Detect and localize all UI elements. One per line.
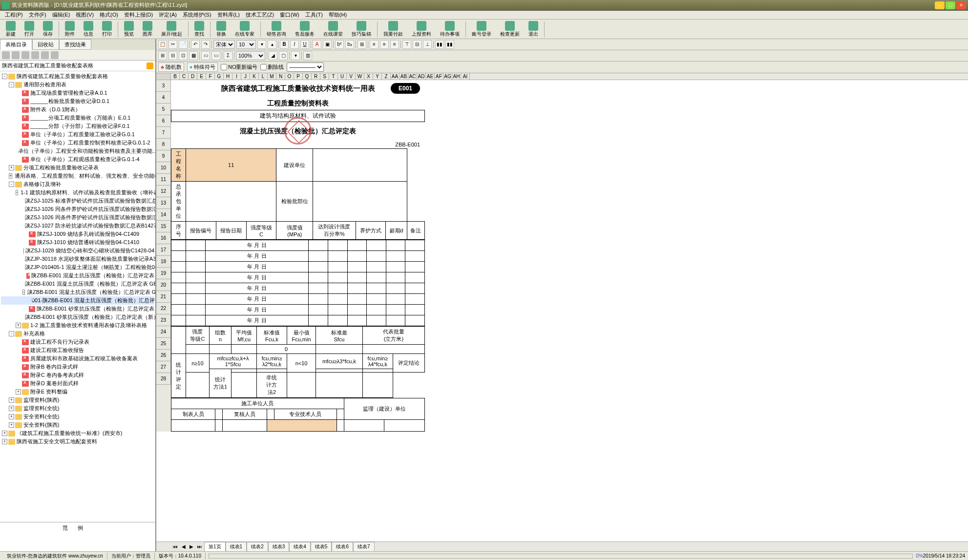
zero-cell[interactable]: 0 bbox=[256, 345, 316, 354]
toolbar-打印[interactable]: 打印 bbox=[98, 20, 116, 39]
data-cell[interactable] bbox=[386, 315, 405, 326]
data-cell[interactable]: 年 月 日 bbox=[205, 283, 309, 294]
expand-icon[interactable]: + bbox=[9, 422, 14, 428]
tree-header[interactable]: 陕西省建筑工程施工质量验收配套表格 bbox=[0, 61, 155, 71]
italic-button[interactable]: I bbox=[290, 40, 299, 49]
row-header[interactable]: 8 bbox=[156, 139, 171, 150]
tree-view[interactable]: -陕西省建筑工程施工质量验收配套表格-通用部分检查用表施工现场质量管理检查记录A… bbox=[0, 71, 155, 522]
data-cell[interactable] bbox=[367, 240, 386, 251]
toolbar-账号登录[interactable]: 账号登录 bbox=[468, 20, 495, 39]
data-cell[interactable] bbox=[386, 272, 405, 283]
tree-node[interactable]: 陕ZBB-E001 混凝土抗压强度（检验批）汇总评定表 GB... bbox=[1, 280, 154, 288]
expand-icon[interactable]: - bbox=[22, 290, 25, 295]
tab-nav-prev[interactable]: ◀ bbox=[180, 544, 188, 549]
col-header[interactable]: M bbox=[268, 73, 276, 80]
col-header[interactable]: AF bbox=[435, 73, 443, 80]
col-header[interactable]: K bbox=[250, 73, 259, 80]
tree-node[interactable]: +安全资料(陕西) bbox=[1, 421, 154, 429]
toolbar-退出[interactable]: 退出 bbox=[525, 20, 542, 39]
data-cell[interactable] bbox=[367, 315, 386, 326]
tree-node[interactable]: 001-陕ZBB-E001 混凝土抗压强度（检验批）汇总评... bbox=[1, 296, 154, 305]
data-cell[interactable] bbox=[405, 272, 425, 283]
shape-1-button[interactable]: ◢ bbox=[269, 51, 277, 60]
data-cell[interactable] bbox=[328, 272, 347, 283]
tree-node[interactable]: 陕ZBB-E001 混凝土抗压强度（检验批）汇总评定表 bbox=[1, 271, 154, 280]
tab-nav-first[interactable]: ⏮ bbox=[171, 544, 180, 549]
data-cell[interactable]: 年 月 日 bbox=[205, 272, 309, 283]
expand-icon[interactable]: + bbox=[9, 173, 12, 179]
sheet-tab[interactable]: 续表3 bbox=[268, 542, 290, 551]
data-cell[interactable] bbox=[186, 272, 206, 283]
col-header[interactable]: X bbox=[364, 73, 373, 80]
align-right-button[interactable]: ≡ bbox=[390, 40, 399, 49]
tree-node[interactable]: 房屋建筑和市政基础设施工程竣工验收备案表 bbox=[1, 354, 154, 363]
col-header[interactable]: F bbox=[206, 73, 215, 80]
data-cell[interactable]: 年 月 日 bbox=[205, 305, 309, 315]
left-tab[interactable]: 查找结果 bbox=[59, 39, 91, 50]
data-cell[interactable] bbox=[309, 240, 328, 251]
copy-button[interactable]: 📋 bbox=[158, 40, 167, 49]
expand-icon[interactable]: + bbox=[2, 431, 7, 436]
toolbar-附件[interactable]: 附件 bbox=[61, 20, 79, 39]
col-header[interactable] bbox=[156, 73, 171, 80]
expand-icon[interactable] bbox=[22, 273, 25, 278]
col-header[interactable]: Y bbox=[373, 73, 382, 80]
menu-item[interactable]: 评定(A) bbox=[156, 11, 180, 19]
menu-item[interactable]: 工具(T) bbox=[302, 11, 326, 19]
menu-item[interactable]: 工程(P) bbox=[2, 11, 26, 19]
row-header[interactable]: 14 bbox=[156, 209, 171, 221]
expand-icon[interactable]: + bbox=[2, 439, 7, 444]
barcode-button[interactable]: ▮▮ bbox=[435, 40, 444, 49]
data-cell[interactable]: 年 月 日 bbox=[205, 240, 309, 251]
toolbar-查找[interactable]: 查找 bbox=[190, 20, 208, 39]
spreadsheet-area[interactable]: BCDEFGHIJKLMNOPQRSTUVWXYZAAABACADAEAFAGA… bbox=[156, 73, 968, 541]
data-cell[interactable] bbox=[347, 272, 367, 283]
line-style-select[interactable]: ———— bbox=[287, 62, 324, 72]
data-cell[interactable] bbox=[386, 294, 405, 305]
data-cell[interactable] bbox=[171, 283, 186, 294]
row-header[interactable]: 21 bbox=[156, 291, 171, 303]
row-header[interactable]: 15 bbox=[156, 221, 171, 232]
expand-icon[interactable] bbox=[16, 364, 21, 370]
expand-icon[interactable]: - bbox=[9, 331, 14, 336]
sheet-tab[interactable]: 续表7 bbox=[353, 542, 375, 551]
tree-node[interactable]: +监理资料(陕西) bbox=[1, 396, 154, 404]
data-cell[interactable] bbox=[405, 294, 425, 305]
tree-node[interactable]: 附件表（D.0.1附表） bbox=[1, 105, 154, 114]
tree-tool-6[interactable] bbox=[51, 51, 59, 59]
data-cell[interactable] bbox=[405, 305, 425, 315]
cell-build-unit[interactable] bbox=[313, 149, 407, 182]
data-cell[interactable] bbox=[309, 294, 328, 305]
tree-node[interactable]: 陕ZSJ-1028 烧结空心砖和空心砌块试验报告C1428-04 bbox=[1, 247, 154, 255]
subscript-button[interactable]: b₂ bbox=[345, 40, 354, 49]
no-renumber-checkbox[interactable]: NO重新编号 bbox=[221, 63, 258, 71]
expand-icon[interactable]: - bbox=[2, 74, 7, 79]
maximize-button[interactable]: □ bbox=[946, 1, 955, 9]
toolbar-在线专家[interactable]: 在线专家 bbox=[231, 20, 258, 39]
data-cell[interactable] bbox=[367, 294, 386, 305]
sheet-tab[interactable]: 续表4 bbox=[289, 542, 311, 551]
font-color-button[interactable]: A bbox=[313, 40, 321, 49]
col-header[interactable]: AA bbox=[391, 73, 400, 80]
toolbar-图库[interactable]: 图库 bbox=[139, 20, 156, 39]
data-cell[interactable] bbox=[186, 283, 206, 294]
sign-peach-cell[interactable] bbox=[267, 420, 337, 432]
tree-node[interactable]: +1-2 施工质量验收技术资料通用表修订及增补表格 bbox=[1, 321, 154, 330]
tree-node[interactable]: 建设工程不良行为记录表 bbox=[1, 338, 154, 346]
grid-btn-4[interactable]: ▦ bbox=[189, 51, 198, 60]
col-header[interactable]: AC bbox=[408, 73, 417, 80]
expand-icon[interactable] bbox=[16, 348, 21, 353]
data-cell[interactable] bbox=[405, 315, 425, 326]
tree-node[interactable]: -表格修订及增补 bbox=[1, 180, 154, 188]
data-cell[interactable] bbox=[347, 251, 367, 262]
expand-icon[interactable] bbox=[16, 99, 21, 104]
row-header[interactable]: 22 bbox=[156, 303, 171, 314]
tree-node[interactable]: 陕ZSJ-1025 标准养护砼试件抗压强度试验报告数据汇总... bbox=[1, 197, 154, 205]
menu-item[interactable]: 窗口(W) bbox=[277, 11, 302, 19]
sheet-tab[interactable]: 续表2 bbox=[247, 542, 268, 551]
delete-line-checkbox[interactable]: 删除线 bbox=[260, 63, 284, 71]
size-up-button[interactable]: ▴ bbox=[268, 40, 276, 49]
tree-tool-2[interactable] bbox=[12, 51, 20, 59]
tree-node[interactable]: -1-1 建筑结构原材料、试件试验及检查批质量验收（增补表） bbox=[1, 188, 154, 197]
data-cell[interactable] bbox=[328, 294, 347, 305]
